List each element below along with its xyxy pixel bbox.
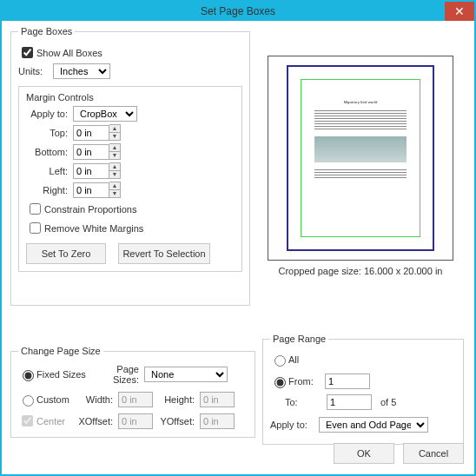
- range-from-label: From:: [288, 376, 325, 387]
- width-label: Width:: [78, 394, 113, 405]
- margin-bottom-spinner[interactable]: ▲▼: [109, 143, 121, 160]
- page-range-legend: Page Range: [270, 334, 328, 344]
- revert-to-selection-button[interactable]: Revert To Selection: [118, 243, 210, 264]
- show-all-boxes-label: Show All Boxes: [36, 48, 102, 58]
- preview-area: Migratory bird world Cropped page size: …: [268, 56, 453, 276]
- chevron-down-icon: ▼: [109, 152, 120, 160]
- custom-label: Custom: [36, 394, 78, 405]
- window-title: Set Page Boxes: [201, 5, 275, 17]
- show-all-boxes-checkbox[interactable]: [22, 47, 33, 58]
- page-sizes-select[interactable]: None: [144, 367, 228, 382]
- chevron-down-icon: ▼: [109, 171, 120, 179]
- center-checkbox: [22, 415, 33, 426]
- page-boxes-legend: Page Boxes: [18, 26, 75, 36]
- chevron-down-icon: ▼: [109, 133, 120, 141]
- remove-white-margins-label: Remove White Margins: [44, 223, 143, 234]
- chevron-up-icon: ▲: [109, 144, 120, 152]
- range-all-label: All: [288, 354, 299, 365]
- close-icon: ✕: [454, 4, 465, 18]
- fixed-sizes-label: Fixed Sizes: [36, 369, 89, 380]
- margin-controls-title: Margin Controls: [26, 92, 235, 102]
- chevron-up-icon: ▲: [109, 182, 120, 190]
- title-bar: Set Page Boxes ✕: [2, 2, 474, 21]
- change-page-size-group: Change Page Size Fixed Sizes Page Sizes:…: [10, 346, 255, 438]
- set-to-zero-button[interactable]: Set To Zero: [26, 243, 106, 264]
- ok-button[interactable]: OK: [334, 443, 394, 464]
- width-input: [118, 392, 153, 407]
- chevron-up-icon: ▲: [109, 163, 120, 171]
- cropped-size-label: Cropped page size: 16.000 x 20.000 in: [268, 266, 453, 276]
- center-label: Center: [36, 416, 73, 426]
- height-label: Height:: [153, 394, 195, 405]
- margin-top-label: Top:: [26, 128, 68, 138]
- margin-left-label: Left:: [26, 166, 68, 176]
- remove-white-margins-checkbox[interactable]: [30, 222, 41, 234]
- margin-left-spinner[interactable]: ▲▼: [109, 162, 121, 179]
- xoffset-input: [118, 413, 153, 429]
- range-of-label: of 5: [380, 397, 396, 407]
- margin-bottom-input[interactable]: [73, 144, 109, 160]
- fixed-sizes-radio[interactable]: [23, 370, 34, 381]
- change-page-size-legend: Change Page Size: [18, 346, 103, 356]
- margin-right-spinner[interactable]: ▲▼: [109, 182, 121, 198]
- page-sizes-label: Page Sizes:: [89, 364, 139, 385]
- margin-controls-group: Margin Controls Apply to: CropBox Top: ▲…: [18, 86, 242, 272]
- preview-page: Migratory bird world: [287, 65, 434, 251]
- range-from-input[interactable]: [325, 374, 370, 389]
- chevron-down-icon: ▼: [109, 190, 120, 198]
- cancel-button[interactable]: Cancel: [403, 443, 464, 464]
- yoffset-label: YOffset:: [153, 416, 195, 426]
- margin-top-spinner[interactable]: ▲▼: [109, 124, 121, 141]
- constrain-proportions-label: Constrain Proportions: [44, 204, 136, 215]
- margin-bottom-label: Bottom:: [26, 147, 68, 157]
- units-label: Units:: [18, 66, 48, 76]
- range-from-radio[interactable]: [274, 377, 286, 388]
- preview-frame: Migratory bird world: [268, 56, 453, 261]
- preview-image: [314, 136, 407, 162]
- margin-apply-to-label: Apply to:: [26, 109, 68, 119]
- margin-right-label: Right:: [26, 185, 68, 195]
- xoffset-label: XOffset:: [73, 416, 113, 426]
- range-to-label: To:: [285, 397, 321, 407]
- height-input: [200, 392, 235, 407]
- custom-radio[interactable]: [23, 395, 34, 407]
- margin-left-input[interactable]: [73, 163, 109, 179]
- page-range-group: Page Range All From: To: of 5 Apply to: …: [262, 334, 464, 445]
- range-all-radio[interactable]: [274, 355, 286, 367]
- margin-top-input[interactable]: [73, 125, 109, 141]
- units-select[interactable]: Inches: [53, 63, 110, 79]
- page-boxes-group: Page Boxes Show All Boxes Units: Inches …: [10, 26, 250, 306]
- margin-apply-to-select[interactable]: CropBox: [73, 106, 137, 122]
- chevron-up-icon: ▲: [109, 125, 120, 133]
- range-apply-to-select[interactable]: Even and Odd Pages: [319, 417, 428, 433]
- range-apply-to-label: Apply to:: [270, 420, 314, 430]
- range-to-input[interactable]: [327, 394, 372, 410]
- close-button[interactable]: ✕: [445, 2, 474, 21]
- yoffset-input: [200, 413, 235, 429]
- margin-right-input[interactable]: [73, 182, 109, 198]
- constrain-proportions-checkbox[interactable]: [30, 203, 41, 215]
